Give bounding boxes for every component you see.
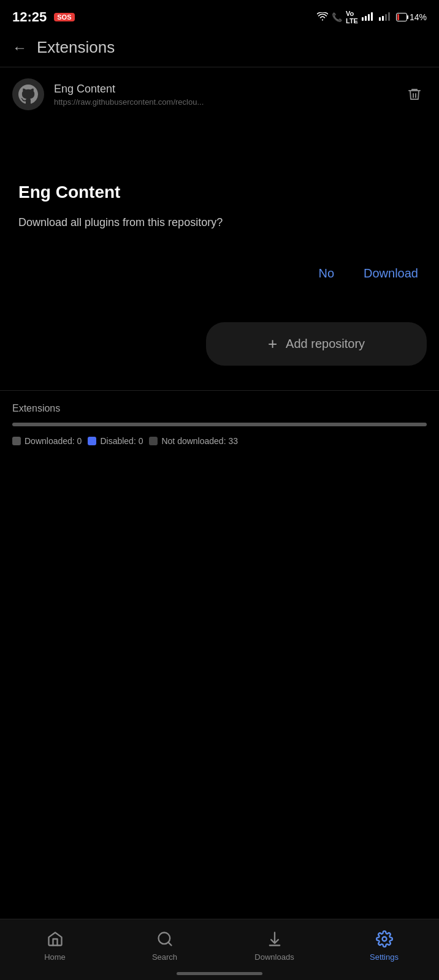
- stat-downloaded-label: Downloaded: 0: [25, 436, 82, 446]
- bottom-indicator: [177, 972, 262, 975]
- svg-line-12: [168, 942, 171, 945]
- svg-rect-4: [379, 17, 381, 21]
- repo-delete-button[interactable]: [402, 82, 427, 107]
- stat-notdownloaded-label: Not downloaded: 33: [161, 436, 238, 446]
- nav-label-home: Home: [44, 952, 66, 962]
- status-time: 12:25: [12, 9, 47, 25]
- status-bar: 12:25 SOS 📞 VoLTE: [0, 0, 439, 32]
- settings-icon: [375, 929, 394, 949]
- repo-github-icon: [12, 78, 44, 110]
- bottom-nav: Home Search Downloads Settings: [0, 919, 439, 980]
- repo-item: Eng Content https://raw.githubuserconten…: [0, 67, 439, 121]
- nav-item-search[interactable]: Search: [110, 929, 220, 962]
- dialog-title: Eng Content: [18, 183, 421, 202]
- stat-disabled: Disabled: 0: [88, 436, 143, 446]
- repo-url: https://raw.githubusercontent.com/reclou…: [54, 97, 392, 107]
- repo-name: Eng Content: [54, 83, 392, 96]
- dialog-actions: No Download: [18, 262, 421, 285]
- svg-point-13: [382, 937, 386, 941]
- extensions-progress-bar: [12, 423, 427, 426]
- back-button[interactable]: ←: [12, 39, 27, 56]
- battery-icon: 14%: [396, 12, 427, 22]
- search-icon: [155, 929, 175, 949]
- svg-rect-9: [407, 15, 408, 19]
- dot-downloaded: [12, 437, 21, 445]
- svg-rect-3: [371, 12, 373, 21]
- svg-rect-1: [365, 16, 367, 21]
- nav-label-search: Search: [152, 952, 177, 962]
- stat-not-downloaded: Not downloaded: 33: [149, 436, 238, 446]
- status-icons: 📞 VoLTE 14%: [317, 10, 427, 24]
- dialog-message: Download all plugins from this repositor…: [18, 214, 421, 231]
- dialog-confirm-button[interactable]: Download: [361, 262, 421, 285]
- nav-label-settings: Settings: [370, 952, 399, 962]
- nav-label-downloads: Downloads: [254, 952, 294, 962]
- plus-icon: +: [268, 334, 277, 353]
- add-repo-section: + Add repository: [0, 304, 439, 384]
- progress-bar-fill: [12, 423, 427, 426]
- add-repository-button[interactable]: + Add repository: [206, 322, 427, 366]
- add-repo-label: Add repository: [286, 337, 365, 351]
- nav-item-home[interactable]: Home: [0, 929, 110, 962]
- extensions-section: Extensions Downloaded: 0 Disabled: 0 Not…: [0, 390, 439, 452]
- dot-notdownloaded: [149, 437, 158, 445]
- page-title: Extensions: [37, 38, 115, 57]
- signal-icon: [362, 12, 375, 23]
- stat-disabled-label: Disabled: 0: [100, 436, 143, 446]
- download-icon: [265, 929, 284, 949]
- signal2-icon: [379, 12, 392, 23]
- top-bar: ← Extensions: [0, 32, 439, 67]
- svg-rect-0: [362, 17, 364, 21]
- dialog-cancel-button[interactable]: No: [316, 262, 337, 285]
- nav-item-downloads[interactable]: Downloads: [220, 929, 329, 962]
- svg-rect-10: [397, 14, 399, 20]
- svg-rect-2: [368, 14, 370, 21]
- nav-item-settings[interactable]: Settings: [329, 929, 439, 962]
- volte-icon: VoLTE: [346, 10, 358, 24]
- extensions-label: Extensions: [12, 403, 427, 414]
- wifi-icon: [317, 12, 328, 23]
- svg-rect-7: [388, 12, 390, 21]
- extensions-stats: Downloaded: 0 Disabled: 0 Not downloaded…: [12, 436, 427, 446]
- svg-rect-5: [382, 16, 384, 21]
- stat-downloaded: Downloaded: 0: [12, 436, 82, 446]
- svg-rect-6: [385, 14, 387, 21]
- dot-disabled: [88, 437, 96, 445]
- repo-info: Eng Content https://raw.githubuserconten…: [54, 83, 392, 107]
- dialog: Eng Content Download all plugins from th…: [0, 158, 439, 304]
- home-icon: [45, 929, 65, 949]
- battery-text: 14%: [410, 12, 427, 22]
- call-icon: 📞: [332, 12, 342, 22]
- status-sos: SOS: [54, 13, 74, 21]
